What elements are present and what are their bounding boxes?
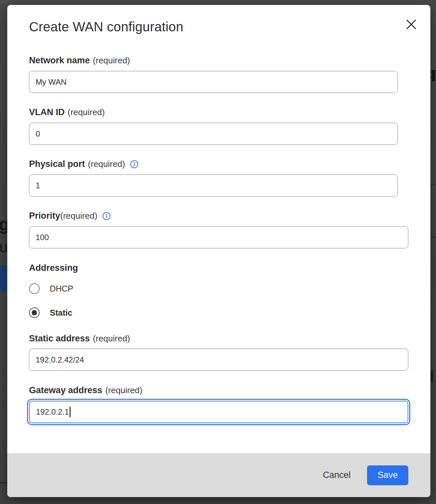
vlan-id-label: VLAN ID (required) [29, 107, 408, 117]
dialog-footer: Cancel Save [7, 453, 430, 497]
required-hint: (required) [60, 210, 98, 221]
background-fragment [0, 482, 7, 483]
radio-selected-icon[interactable] [29, 307, 40, 318]
background-fragment: u [0, 238, 8, 256]
dialog-title: Create WAN configuration [29, 19, 408, 35]
radio-label: DHCP [50, 284, 73, 294]
text-cursor [70, 407, 71, 417]
radio-label: Static [50, 308, 72, 318]
network-name-label: Network name (required) [29, 55, 408, 66]
static-address-input[interactable]: 192.0.2.42/24 [29, 349, 408, 371]
save-button[interactable]: Save [367, 465, 408, 485]
addressing-heading: Addressing [29, 263, 408, 273]
create-wan-dialog: Create WAN configuration Network name (r… [7, 5, 430, 497]
gateway-address-input[interactable]: 192.0.2.1 [29, 401, 408, 423]
priority-label: Priority (required) [29, 210, 408, 221]
required-hint: (required) [105, 385, 142, 395]
required-hint: (required) [93, 333, 130, 344]
physical-port-input[interactable]: 1 [29, 174, 398, 197]
radio-unselected-icon[interactable] [29, 283, 40, 294]
vlan-id-input[interactable]: 0 [29, 123, 398, 145]
required-hint: (required) [88, 159, 125, 169]
background-fragment [430, 237, 436, 238]
background-fragment [0, 265, 7, 292]
required-hint: (required) [68, 107, 105, 117]
gateway-address-label: Gateway address (required) [29, 385, 408, 395]
priority-input[interactable]: 100 [29, 226, 408, 248]
close-button[interactable] [405, 18, 418, 31]
cancel-button[interactable]: Cancel [323, 470, 351, 480]
network-name-input[interactable]: My WAN [29, 71, 398, 93]
info-icon[interactable] [130, 160, 139, 169]
radio-option-dhcp[interactable]: DHCP [29, 282, 408, 295]
static-address-label: Static address (required) [29, 333, 408, 344]
required-hint: (required) [93, 55, 130, 66]
radio-option-static[interactable]: Static [29, 306, 408, 319]
background-fragment [432, 70, 435, 81]
close-icon [405, 18, 418, 32]
physical-port-label: Physical port (required) [29, 159, 408, 169]
background-fragment [431, 370, 433, 383]
background-fragment [430, 184, 436, 185]
background-fragment [0, 0, 9, 4]
info-icon[interactable] [102, 212, 111, 220]
